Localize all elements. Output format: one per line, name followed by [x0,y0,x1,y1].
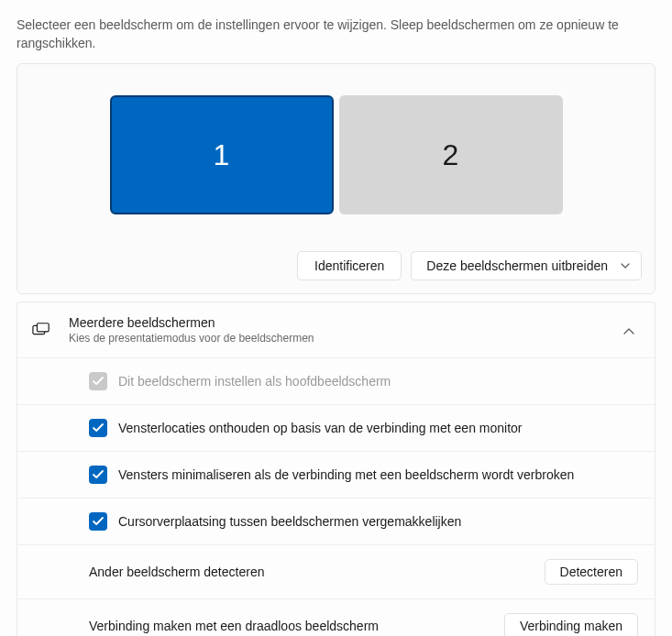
multi-display-section: Meerdere beeldschermen Kies de presentat… [17,302,655,636]
make-main-checkbox [89,372,107,390]
monitor-2[interactable]: 2 [339,95,563,214]
ease-cursor-row: Cursorverplaatsing tussen beeldschermen … [17,498,655,544]
make-main-label: Dit beeldscherm instellen als hoofdbeeld… [118,374,391,389]
identify-button[interactable]: Identificeren [297,251,402,280]
section-titles: Meerdere beeldschermen Kies de presentat… [69,315,623,345]
wireless-label: Verbinding maken met een draadloos beeld… [89,619,379,633]
section-title: Meerdere beeldschermen [69,315,623,330]
display-mode-dropdown[interactable]: Deze beeldschermen uitbreiden [411,251,642,280]
make-main-row: Dit beeldscherm instellen als hoofdbeeld… [17,357,655,404]
monitor-layout: 1 2 [30,95,642,214]
instructions-text: Selecteer een beeldscherm om de instelli… [17,16,655,52]
chevron-up-icon [623,323,634,337]
display-mode-label: Deze beeldschermen uitbreiden [426,258,608,273]
minimize-windows-row: Vensters minimaliseren als de verbinding… [17,451,655,498]
remember-locations-label: Vensterlocaties onthouden op basis van d… [118,421,523,435]
detect-button[interactable]: Detecteren [545,559,638,585]
detect-row: Ander beeldscherm detecteren Detecteren [17,544,655,598]
remember-locations-row: Vensterlocaties onthouden op basis van d… [17,404,655,451]
ease-cursor-label: Cursorverplaatsing tussen beeldschermen … [118,514,461,529]
section-subtitle: Kies de presentatiemodus voor de beeldsc… [69,332,623,345]
display-arrange-panel: 1 2 Identificeren Deze beeldschermen uit… [17,63,655,294]
svg-rect-1 [37,323,49,332]
minimize-windows-label: Vensters minimaliseren als de verbinding… [118,467,574,482]
display-actions: Identificeren Deze beeldschermen uitbrei… [30,251,642,280]
wireless-row: Verbinding maken met een draadloos beeld… [17,598,655,636]
detect-label: Ander beeldscherm detecteren [89,565,264,579]
monitor-1[interactable]: 1 [110,95,334,214]
chevron-down-icon [621,261,630,270]
remember-locations-checkbox[interactable] [89,419,107,437]
connect-button[interactable]: Verbinding maken [504,613,638,636]
multi-display-header[interactable]: Meerdere beeldschermen Kies de presentat… [17,302,655,357]
ease-cursor-checkbox[interactable] [89,512,107,531]
displays-icon [32,322,50,338]
minimize-windows-checkbox[interactable] [89,466,107,484]
